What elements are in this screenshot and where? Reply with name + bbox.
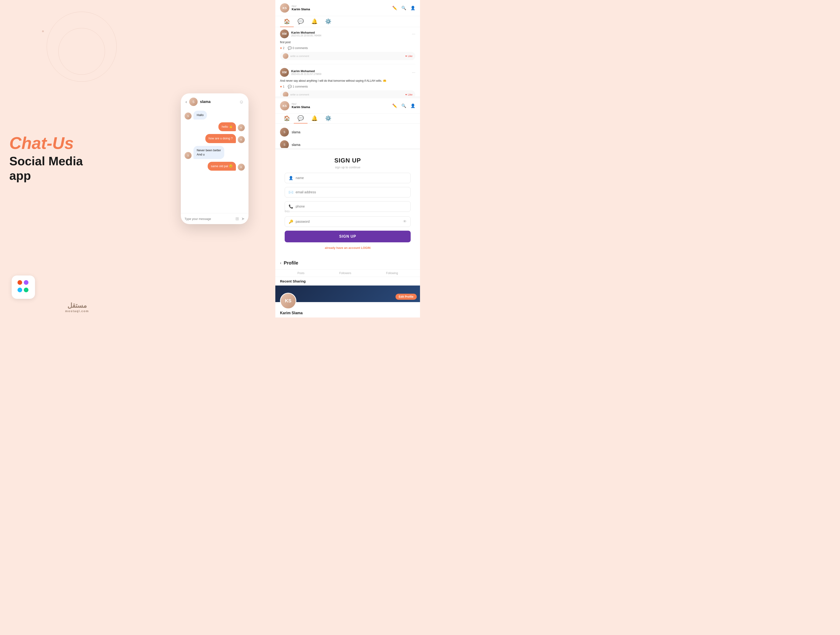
comment-input[interactable]: write a comment xyxy=(290,93,403,96)
post-more-icon[interactable]: ··· xyxy=(412,32,415,36)
comment-input[interactable]: write a comment xyxy=(290,55,403,57)
stat-followers[interactable]: Followers xyxy=(339,271,351,275)
phone-input[interactable] xyxy=(296,204,407,208)
chat-contact-name: slama xyxy=(200,100,237,104)
message-avatar: S xyxy=(185,112,191,120)
nav-tab-chat[interactable]: 💬 xyxy=(294,16,308,27)
chat-list-nav: 🏠 💬 🔔 ⚙️ xyxy=(275,114,420,124)
post-card: KM Karim Mohamed 2023-01-28 21:51:57.179… xyxy=(280,68,415,97)
like-reaction[interactable]: ♥ 2 xyxy=(280,46,284,50)
chat-item-avatar: S xyxy=(280,140,289,148)
email-input[interactable] xyxy=(296,190,407,194)
profile-icon[interactable]: 👤 xyxy=(411,6,415,11)
nav-tab-home[interactable]: 🏠 xyxy=(280,16,294,27)
chat-tab-settings[interactable]: ⚙️ xyxy=(321,114,335,123)
chat-list-top-icons: ✏️ 🔍 👤 xyxy=(392,103,415,108)
comment-bar: write a comment ♥ Like xyxy=(280,52,415,60)
chat-list-user-name: Hey! Karim Slama xyxy=(292,103,310,109)
posts-feed: KM Karim Mohamed 2023-01-28 20:50:05.749… xyxy=(275,27,420,97)
comment-bar: write a comment ♥ Like xyxy=(280,90,415,97)
search-icon[interactable]: 🔍 xyxy=(401,103,406,108)
chat-list-item[interactable]: S slama xyxy=(280,126,415,138)
chat-tab-notifications[interactable]: 🔔 xyxy=(308,114,321,123)
profile-back-icon[interactable]: ‹ xyxy=(280,261,281,266)
like-button[interactable]: ♥ Like xyxy=(405,93,412,96)
nav-tab-settings[interactable]: ⚙️ xyxy=(321,16,335,27)
post-more-icon[interactable]: ··· xyxy=(412,70,415,75)
profile-stats-tabs: Posts Followers Following xyxy=(275,270,420,277)
chat-list-panel: KS Hey! Karim Slama ✏️ 🔍 👤 🏠 💬 🔔 ⚙️ S sl… xyxy=(275,97,420,148)
email-icon: ✉️ xyxy=(289,190,293,195)
stat-posts[interactable]: Posts xyxy=(297,271,305,275)
send-icon[interactable]: ➤ xyxy=(241,216,245,221)
message-avatar: S xyxy=(185,152,191,159)
message-bubble: same old pal 😊 xyxy=(208,162,236,171)
password-toggle-icon[interactable]: 👁 xyxy=(403,219,407,224)
chat-item-avatar: S xyxy=(280,128,289,136)
edit-icon[interactable]: ✏️ xyxy=(392,103,397,108)
message-bubble: Never been betterAnd u xyxy=(193,146,224,159)
message-bubble: how are u doing ? xyxy=(205,134,236,143)
watermark: مستقل mostaql.com xyxy=(65,302,89,313)
post-author-avatar: KM xyxy=(280,68,289,77)
figma-dot-blue xyxy=(17,288,22,292)
figma-dot-red xyxy=(17,280,22,285)
user-avatar: KS xyxy=(280,3,289,13)
post-time: 2023-01-28 21:51:57.179859 xyxy=(291,73,409,75)
profile-user-name: Karim Slama xyxy=(275,311,420,318)
name-input[interactable] xyxy=(296,176,407,180)
attach-icon[interactable]: ⊞ xyxy=(235,216,239,221)
comment-reaction[interactable]: 💬 0 comments xyxy=(288,46,308,50)
top-icons: ✏️ 🔍 👤 xyxy=(392,6,415,11)
post-card: KM Karim Mohamed 2023-01-28 20:50:05.749… xyxy=(280,29,415,64)
app-logo-area: KS Hey! Karim Slama xyxy=(280,3,392,13)
message-bubble: hello 👋 xyxy=(218,122,236,131)
post-header: KM Karim Mohamed 2023-01-28 21:51:57.179… xyxy=(280,68,415,77)
profile-icon[interactable]: 👤 xyxy=(411,103,415,108)
chat-input-bar: ⊞ ➤ xyxy=(181,213,248,224)
signup-subtitle: sign up to continue xyxy=(335,166,360,169)
post-header: KM Karim Mohamed 2023-01-28 20:50:05.749… xyxy=(280,29,415,38)
message-row: S Hallo xyxy=(185,111,245,120)
login-link-text[interactable]: LOGIN xyxy=(361,246,371,250)
post-author-avatar: KM xyxy=(280,29,289,38)
social-nav-tabs: 🏠 💬 🔔 ⚙️ xyxy=(275,16,420,27)
chat-list-logo-area: KS Hey! Karim Slama xyxy=(280,101,392,111)
social-feed-panel: KS Hey! Karim Slama ✏️ 🔍 👤 🏠 💬 🔔 ⚙️ xyxy=(275,0,420,97)
social-top-bar: KS Hey! Karim Slama ✏️ 🔍 👤 xyxy=(275,0,420,16)
chat-list-item[interactable]: S slama xyxy=(280,138,415,148)
like-reaction[interactable]: ♥ 1 xyxy=(280,85,284,89)
chat-menu-icon[interactable]: ☺ xyxy=(239,99,244,105)
post-reactions: ♥ 2 💬 0 comments xyxy=(280,46,415,50)
phone-counter: 0/11 xyxy=(285,210,410,213)
email-field: ✉️ xyxy=(285,187,411,198)
figma-dots xyxy=(17,280,29,294)
comment-avatar xyxy=(283,92,288,97)
stat-following[interactable]: Following xyxy=(386,271,398,275)
phone-chat-mockup: ‹ S slama ☺ S Hallo hello 👋 K how are u … xyxy=(181,93,248,224)
post-meta: Karim Mohamed 2023-01-28 21:51:57.179859 xyxy=(291,69,409,75)
profile-header-bar: ‹ Profile xyxy=(275,257,420,270)
edit-profile-button[interactable]: Edit Profile xyxy=(395,294,417,300)
signup-panel: SIGN UP sign up to continue 👤 ✉️ 📞 0/11 … xyxy=(275,148,420,257)
profile-panel: ‹ Profile Posts Followers Following Rece… xyxy=(275,257,420,318)
chat-message-input[interactable] xyxy=(185,217,233,221)
message-bubble: Hallo xyxy=(193,111,207,120)
edit-icon[interactable]: ✏️ xyxy=(392,6,397,11)
signup-button[interactable]: SIGN UP xyxy=(285,231,411,242)
chat-tab-home[interactable]: 🏠 xyxy=(280,114,294,123)
nav-tab-notifications[interactable]: 🔔 xyxy=(308,16,321,27)
back-icon[interactable]: ‹ xyxy=(185,100,187,105)
like-button[interactable]: ♥ Like xyxy=(405,55,412,57)
chat-tab-messages[interactable]: 💬 xyxy=(294,114,308,123)
chat-list-items: S slama S slama xyxy=(275,124,420,148)
comment-reaction[interactable]: 💬 1 comments xyxy=(288,85,308,89)
middle-section: ‹ S slama ☺ S Hallo hello 👋 K how are u … xyxy=(154,0,275,318)
chat-list-top-bar: KS Hey! Karim Slama ✏️ 🔍 👤 xyxy=(275,98,420,114)
password-input[interactable] xyxy=(296,220,401,223)
search-icon[interactable]: 🔍 xyxy=(401,6,406,11)
post-body: first post xyxy=(280,40,415,44)
figma-dot-purple xyxy=(24,280,28,285)
name-icon: 👤 xyxy=(289,176,293,180)
chat-item-name: slama xyxy=(292,130,300,134)
